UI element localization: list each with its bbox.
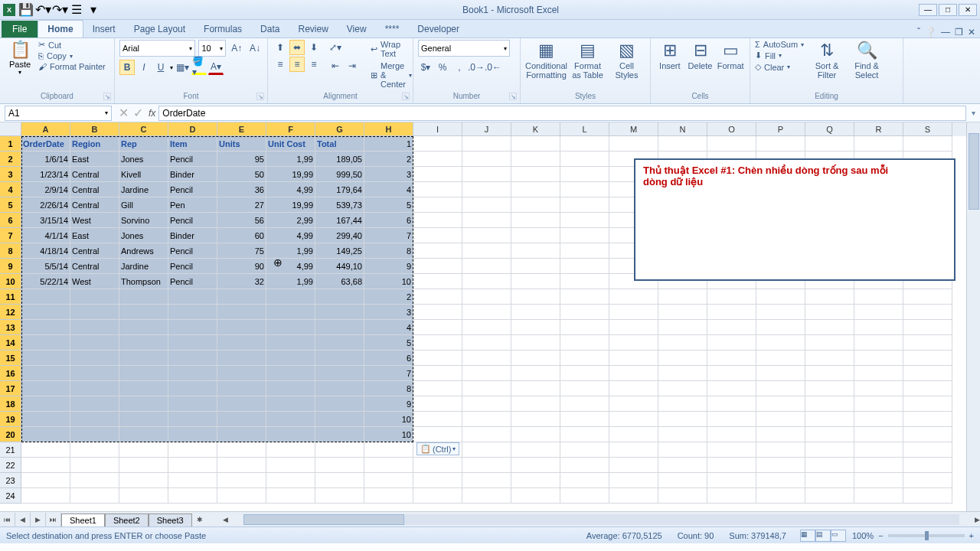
- row-header-8[interactable]: 8: [0, 243, 21, 259]
- row-header-1[interactable]: 1: [0, 136, 21, 152]
- cell[interactable]: 95: [217, 152, 266, 167]
- cell[interactable]: [805, 335, 854, 350]
- cell[interactable]: [707, 442, 756, 458]
- cell[interactable]: [119, 412, 168, 427]
- cell[interactable]: [707, 412, 756, 427]
- align-center-icon[interactable]: ≡: [289, 57, 305, 72]
- cell[interactable]: [462, 366, 511, 381]
- cell[interactable]: [364, 442, 413, 458]
- cell[interactable]: 449,10: [315, 259, 364, 274]
- cell[interactable]: West: [70, 274, 119, 289]
- cell[interactable]: [511, 167, 560, 182]
- cell[interactable]: 8: [364, 243, 413, 259]
- cell[interactable]: [266, 381, 315, 396]
- sheet-tab-3[interactable]: Sheet3: [149, 514, 192, 527]
- cell[interactable]: [511, 366, 560, 381]
- clear-button[interactable]: ◇Clear▾: [755, 62, 804, 72]
- expand-formula-icon[interactable]: ▾: [966, 109, 980, 117]
- cell[interactable]: [658, 412, 707, 427]
- cell[interactable]: [217, 427, 266, 442]
- cell[interactable]: 63,68: [315, 274, 364, 289]
- cell[interactable]: [462, 274, 511, 289]
- cell[interactable]: [168, 366, 217, 381]
- cell[interactable]: [707, 381, 756, 396]
- cell[interactable]: [413, 136, 462, 152]
- cell[interactable]: [854, 350, 903, 366]
- cell[interactable]: [707, 488, 756, 504]
- alignment-launcher-icon[interactable]: ↘: [402, 93, 410, 100]
- row-header-13[interactable]: 13: [0, 320, 21, 335]
- cell[interactable]: 4: [364, 182, 413, 197]
- cell[interactable]: [511, 412, 560, 427]
- cell[interactable]: [560, 182, 609, 197]
- cell[interactable]: [903, 458, 952, 473]
- cell[interactable]: [217, 350, 266, 366]
- cell[interactable]: [805, 412, 854, 427]
- cell[interactable]: Binder: [168, 167, 217, 182]
- column-header-N[interactable]: N: [658, 122, 707, 136]
- cell[interactable]: [266, 412, 315, 427]
- cell[interactable]: Jones: [119, 228, 168, 243]
- cell[interactable]: [462, 259, 511, 274]
- cell[interactable]: Jardine: [119, 259, 168, 274]
- cell[interactable]: 149,25: [315, 243, 364, 259]
- row-header-16[interactable]: 16: [0, 366, 21, 381]
- cell[interactable]: [511, 152, 560, 167]
- file-tab[interactable]: File: [2, 21, 38, 37]
- cell[interactable]: [609, 458, 658, 473]
- cell[interactable]: [756, 473, 805, 488]
- shrink-font-icon[interactable]: A↓: [247, 41, 263, 56]
- cell[interactable]: [266, 473, 315, 488]
- cell[interactable]: [462, 412, 511, 427]
- cell[interactable]: 4: [364, 320, 413, 335]
- cell[interactable]: [609, 488, 658, 504]
- cell[interactable]: 4,99: [266, 228, 315, 243]
- cell[interactable]: [315, 320, 364, 335]
- cell[interactable]: [707, 396, 756, 412]
- cell[interactable]: [168, 320, 217, 335]
- cell[interactable]: 36: [217, 182, 266, 197]
- align-top-icon[interactable]: ⬆: [273, 40, 288, 55]
- cell[interactable]: Central: [70, 167, 119, 182]
- last-sheet-button[interactable]: ⏭: [46, 513, 61, 527]
- cell[interactable]: [217, 289, 266, 305]
- cell[interactable]: Pencil: [168, 274, 217, 289]
- cell[interactable]: [707, 136, 756, 152]
- cell[interactable]: [756, 305, 805, 320]
- cell[interactable]: [168, 350, 217, 366]
- cell[interactable]: Units: [217, 136, 266, 152]
- cell[interactable]: 1: [364, 136, 413, 152]
- paste-options-button[interactable]: 📋(Ctrl)▾: [416, 442, 459, 455]
- cell[interactable]: [805, 366, 854, 381]
- cell[interactable]: 6: [364, 350, 413, 366]
- cell[interactable]: [756, 366, 805, 381]
- cell[interactable]: [364, 473, 413, 488]
- cell[interactable]: 3: [364, 305, 413, 320]
- cell[interactable]: [560, 412, 609, 427]
- cell[interactable]: [266, 320, 315, 335]
- cell[interactable]: [462, 458, 511, 473]
- cell[interactable]: [756, 488, 805, 504]
- cell[interactable]: [658, 350, 707, 366]
- cell[interactable]: [462, 335, 511, 350]
- redo-icon[interactable]: ↷▾: [54, 4, 66, 16]
- cell[interactable]: [413, 228, 462, 243]
- spreadsheet-grid[interactable]: ABCDEFGHIJKLMNOPQRS 12345678910111213141…: [0, 122, 980, 511]
- cell[interactable]: [315, 442, 364, 458]
- cell[interactable]: [854, 442, 903, 458]
- cell[interactable]: [756, 136, 805, 152]
- cell[interactable]: [315, 335, 364, 350]
- cell[interactable]: [609, 350, 658, 366]
- cell[interactable]: [707, 458, 756, 473]
- fx-icon[interactable]: fx: [149, 108, 155, 119]
- cell[interactable]: [462, 213, 511, 228]
- row-header-5[interactable]: 5: [0, 197, 21, 213]
- column-header-A[interactable]: A: [21, 122, 70, 136]
- cell[interactable]: [119, 305, 168, 320]
- cell[interactable]: [658, 488, 707, 504]
- cell[interactable]: 1,99: [266, 274, 315, 289]
- cell[interactable]: [119, 289, 168, 305]
- cell[interactable]: [903, 442, 952, 458]
- cell[interactable]: [119, 320, 168, 335]
- tab-view[interactable]: View: [338, 21, 376, 37]
